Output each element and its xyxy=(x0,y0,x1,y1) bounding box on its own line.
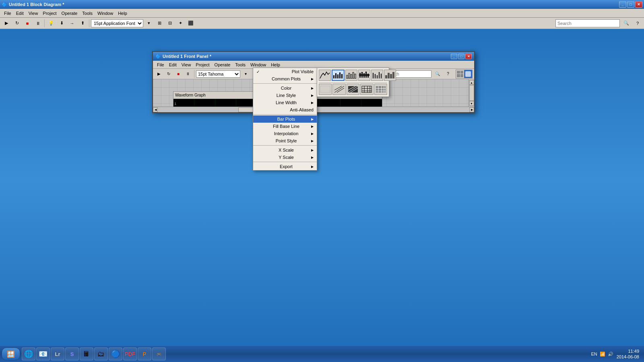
ctx-point-style[interactable]: Point Style xyxy=(253,137,317,144)
step-out-button[interactable]: ⬆ xyxy=(78,19,87,28)
ctx-color[interactable]: Color xyxy=(253,84,317,92)
barplot-style1-button[interactable] xyxy=(332,70,345,81)
ctx-x-scale[interactable]: X Scale xyxy=(253,146,317,154)
abort-button[interactable]: ■ xyxy=(23,19,32,28)
minimize-button[interactable]: _ xyxy=(619,1,626,8)
fp-menu-window[interactable]: Window xyxy=(248,62,268,68)
fp-menu-project[interactable]: Project xyxy=(193,62,212,68)
align-button[interactable]: ⊞ xyxy=(155,19,164,28)
scroll-down-button[interactable]: ▼ xyxy=(469,101,474,106)
fp-abort-button[interactable]: ■ xyxy=(174,70,183,78)
svg-rect-131 xyxy=(361,72,363,78)
show-diagram-button[interactable]: ⬛ xyxy=(186,19,196,28)
fp-font-selector[interactable]: 15pt Tahoma xyxy=(196,70,240,78)
ctx-plot-visible[interactable]: ✓ Plot Visible xyxy=(253,68,317,75)
step-into-button[interactable]: ⬇ xyxy=(57,19,66,28)
clean-button[interactable]: ✦ xyxy=(175,19,185,28)
toolbar-separator-2 xyxy=(89,19,89,27)
help-button[interactable]: ? xyxy=(633,19,642,28)
run-continuously-button[interactable]: ↻ xyxy=(12,19,22,28)
fp-minimize-button[interactable]: _ xyxy=(451,53,457,59)
taskbar-app-calc[interactable]: 🖩 xyxy=(80,348,93,360)
svg-rect-122 xyxy=(339,72,341,78)
menu-view[interactable]: View xyxy=(26,10,41,16)
context-menu: ✓ Plot Visible Common Plots Color Line S… xyxy=(253,68,317,171)
barplot-fill-style2-button[interactable] xyxy=(332,84,345,95)
maximize-button[interactable]: □ xyxy=(627,1,634,8)
taskbar-app-lr[interactable]: Lr xyxy=(51,348,64,360)
svg-rect-127 xyxy=(353,72,354,78)
fp-scrollbar-right[interactable]: ▲ ▼ xyxy=(469,79,474,107)
taskbar-app-folder[interactable]: 🗂 xyxy=(94,348,108,360)
taskbar-app-pdf[interactable]: PDF xyxy=(123,348,137,360)
barplot-fill-style1-button[interactable] xyxy=(319,84,332,95)
fp-close-button[interactable]: ✕ xyxy=(465,53,472,59)
taskbar-apps: 🌐 📧 Lr S 🖩 🗂 🔵 PDF P 🎮 xyxy=(22,348,166,360)
menu-window[interactable]: Window xyxy=(95,10,116,16)
font-selector[interactable]: 15pt Application Font xyxy=(91,19,143,27)
barplot-style5-button[interactable] xyxy=(384,70,396,81)
titlebar-left: 🔷 Untitled 1 Block Diagram * xyxy=(2,2,64,7)
fp-pause-button[interactable]: ⏸ xyxy=(184,70,192,78)
scroll-thumb-right[interactable] xyxy=(469,85,474,101)
taskbar-app-labview[interactable]: 🎮 xyxy=(152,348,166,360)
barplot-style4-button[interactable] xyxy=(371,70,383,81)
fp-search-button[interactable]: 🔍 xyxy=(433,70,442,78)
ctx-line-width[interactable]: Line Width xyxy=(253,99,317,106)
fp-font-drop[interactable]: ▾ xyxy=(241,70,250,78)
ctx-fill-base-line[interactable]: Fill Base Line xyxy=(253,123,317,130)
scroll-up-button[interactable]: ▲ xyxy=(469,80,474,85)
pause-button[interactable]: ⏸ xyxy=(33,19,43,28)
font-size-down[interactable]: ▾ xyxy=(144,19,154,28)
taskbar-app-ie[interactable]: 🌐 xyxy=(22,348,35,360)
distribute-button[interactable]: ⊟ xyxy=(165,19,175,28)
menu-tools[interactable]: Tools xyxy=(80,10,95,16)
run-button[interactable]: ▶ xyxy=(2,19,11,28)
step-over-button[interactable]: → xyxy=(67,19,77,28)
highlight-button[interactable]: 💡 xyxy=(46,19,56,28)
ctx-line-style[interactable]: Line Style xyxy=(253,92,317,99)
ctx-bar-plots[interactable]: Bar Plots xyxy=(253,115,317,123)
taskbar-app-outlook[interactable]: 📧 xyxy=(36,348,50,360)
fp-maximize-button[interactable]: □ xyxy=(458,53,464,59)
scroll-right-button[interactable]: ▶ xyxy=(469,107,474,112)
fp-menu-file[interactable]: File xyxy=(155,62,167,68)
barplot-fill-style3-button[interactable] xyxy=(347,84,359,95)
fp-run-cont-button[interactable]: ↻ xyxy=(164,70,173,78)
clock-time: 11:49 xyxy=(617,348,639,354)
fp-menu-operate[interactable]: Operate xyxy=(212,62,233,68)
barplot-style3-button[interactable] xyxy=(358,70,370,81)
taskbar-app-s[interactable]: S xyxy=(65,348,79,360)
menu-operate[interactable]: Operate xyxy=(59,10,80,16)
fp-help-button[interactable]: ? xyxy=(444,70,452,78)
fp-menu-tools[interactable]: Tools xyxy=(233,62,248,68)
barplot-none-button[interactable] xyxy=(319,70,331,81)
ctx-interpolation[interactable]: Interpolation xyxy=(253,130,317,137)
menu-help[interactable]: Help xyxy=(116,10,130,16)
svg-rect-119 xyxy=(333,75,334,78)
search-button[interactable]: 🔍 xyxy=(621,19,631,28)
menu-edit[interactable]: Edit xyxy=(14,10,26,16)
barplot-style2-button[interactable] xyxy=(345,70,357,81)
ctx-anti-aliased[interactable]: Anti-Aliased xyxy=(253,106,317,113)
menu-file[interactable]: File xyxy=(2,10,14,16)
barplot-fill-style4-button[interactable] xyxy=(360,84,373,95)
fp-menu-edit[interactable]: Edit xyxy=(167,62,179,68)
barplot-fill-style5-button[interactable] xyxy=(374,84,387,95)
svg-rect-120 xyxy=(335,73,336,78)
fp-menu-view[interactable]: View xyxy=(179,62,194,68)
start-button[interactable]: 🪟 xyxy=(2,348,20,360)
scroll-left-button[interactable]: ◀ xyxy=(153,107,158,112)
fp-menu-help[interactable]: Help xyxy=(268,62,283,68)
svg-rect-141 xyxy=(388,73,390,78)
ctx-y-scale[interactable]: Y Scale xyxy=(253,154,317,161)
taskbar-app-ppt[interactable]: P xyxy=(138,348,151,360)
fp-run-button[interactable]: ▶ xyxy=(155,70,163,78)
menu-project[interactable]: Project xyxy=(40,10,59,16)
ctx-export[interactable]: Export xyxy=(253,163,317,170)
close-button[interactable]: ✕ xyxy=(635,1,642,8)
ctx-common-plots[interactable]: Common Plots xyxy=(253,75,317,82)
taskbar-app-chrome[interactable]: 🔵 xyxy=(109,348,122,360)
scroll-track-right[interactable] xyxy=(469,85,474,101)
search-input[interactable] xyxy=(555,19,620,27)
